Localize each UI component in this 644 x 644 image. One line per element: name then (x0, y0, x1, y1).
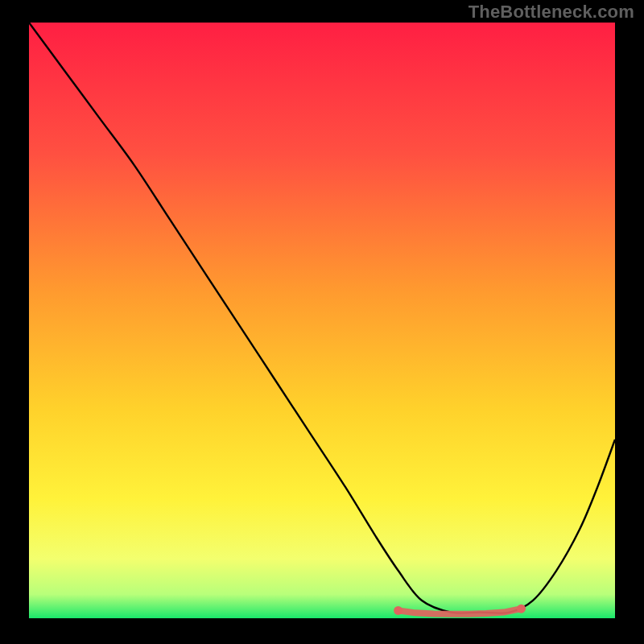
chart-frame: TheBottleneck.com (0, 0, 644, 644)
plot-area (29, 23, 615, 618)
svg-point-1 (517, 605, 526, 613)
watermark-text: TheBottleneck.com (469, 2, 634, 23)
bottleneck-chart (29, 23, 615, 618)
gradient-background (29, 23, 615, 618)
svg-point-0 (394, 606, 402, 615)
